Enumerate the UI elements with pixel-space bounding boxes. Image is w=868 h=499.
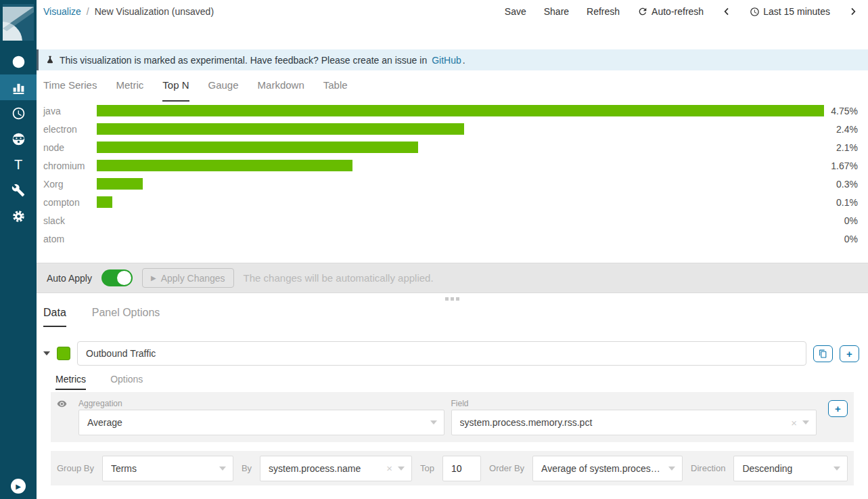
clone-series-button[interactable]	[813, 345, 833, 362]
share-button[interactable]: Share	[544, 6, 569, 17]
kibana-logo-icon	[3, 4, 34, 41]
tab-options[interactable]: Options	[110, 374, 143, 390]
bar-value: 2.4%	[824, 124, 858, 135]
github-link[interactable]: GitHub	[432, 55, 461, 66]
order-by-select[interactable]: Average of system.process...	[532, 456, 683, 481]
tab-time-series[interactable]: Time Series	[43, 79, 97, 102]
refresh-button[interactable]: Refresh	[587, 6, 620, 17]
main-content: Visualize / New Visualization (unsaved) …	[37, 0, 868, 499]
experimental-banner-period: .	[463, 55, 465, 66]
kibana-logo[interactable]	[0, 0, 37, 45]
group-by-label: Group By	[57, 463, 94, 473]
breadcrumb-current: New Visualization (unsaved)	[95, 6, 214, 17]
app-sidebar: T ▶	[0, 0, 37, 499]
series-color-swatch[interactable]	[57, 347, 70, 360]
bar	[97, 105, 824, 116]
auto-apply-label: Auto Apply	[47, 273, 92, 284]
bar-label: chromium	[43, 160, 97, 171]
chart-row: java 4.75%	[43, 102, 858, 120]
play-icon: ▶	[151, 274, 156, 282]
series-tabs: Metrics Options	[37, 374, 868, 390]
chart-row: electron 2.4%	[43, 120, 858, 138]
apply-changes-button[interactable]: ▶ Apply Changes	[142, 268, 234, 288]
by-field-select[interactable]: system.process.name ×	[260, 456, 412, 481]
order-by-label: Order By	[489, 463, 524, 473]
field-value: system.process.memory.rss.pct	[460, 417, 786, 428]
time-forward-button[interactable]	[848, 6, 859, 17]
direction-label: Direction	[691, 463, 725, 473]
sidebar-item-t-plugin[interactable]: T	[0, 152, 37, 177]
compass-icon	[12, 55, 26, 69]
time-back-button[interactable]	[721, 6, 732, 17]
tab-panel-options[interactable]: Panel Options	[92, 307, 160, 327]
group-by-select[interactable]: Terms	[102, 456, 233, 481]
experimental-banner-text: This visualization is marked as experime…	[60, 55, 427, 66]
clear-icon[interactable]: ×	[791, 417, 797, 429]
top-n-input[interactable]	[442, 456, 481, 481]
chart-row: atom 0%	[43, 230, 858, 248]
sidebar-item-discover[interactable]	[0, 49, 37, 74]
auto-apply-toggle[interactable]	[101, 269, 133, 286]
bar-label: Xorg	[43, 179, 97, 190]
field-label: Field	[451, 397, 817, 410]
chevron-down-icon	[833, 467, 840, 471]
bar-value: 1.67%	[824, 160, 858, 171]
add-series-button[interactable]: +	[840, 345, 859, 362]
toggle-knob	[117, 271, 131, 285]
toggle-visibility-button[interactable]	[57, 397, 72, 410]
top-label: Top	[420, 463, 434, 473]
face-icon	[12, 132, 26, 146]
collapse-nav-button[interactable]: ▶	[11, 479, 26, 494]
bar-value: 0%	[824, 234, 858, 244]
bar	[97, 123, 464, 135]
auto-apply-bar: Auto Apply ▶ Apply Changes The changes w…	[37, 263, 868, 293]
tab-metric[interactable]: Metric	[116, 79, 143, 102]
group-by-panel: Group By Terms By system.process.name × …	[51, 451, 854, 485]
flask-icon	[45, 55, 55, 65]
bar-value: 4.75%	[824, 106, 858, 116]
bar-label: node	[43, 142, 97, 153]
experimental-banner: This visualization is marked as experime…	[37, 49, 868, 70]
add-metric-button[interactable]: +	[828, 400, 848, 417]
clear-icon[interactable]: ×	[386, 462, 392, 474]
auto-refresh-button[interactable]: Auto-refresh	[637, 6, 704, 17]
auto-apply-note: The changes will be automatically applie…	[244, 272, 434, 284]
play-circle-icon: ▶	[16, 483, 21, 490]
tab-gauge[interactable]: Gauge	[208, 79, 239, 102]
sidebar-item-dev-tools[interactable]	[0, 177, 37, 203]
sidebar-item-visualize[interactable]	[0, 74, 37, 100]
direction-value: Descending	[742, 463, 828, 474]
direction-select[interactable]: Descending	[733, 456, 848, 481]
chevron-down-icon	[219, 467, 226, 471]
bar-track	[97, 215, 824, 226]
bar-chart-icon	[12, 81, 26, 95]
time-range-label: Last 15 minutes	[763, 6, 830, 17]
tab-markdown[interactable]: Markdown	[258, 79, 304, 102]
letter-t-icon: T	[14, 157, 22, 173]
bar-track	[97, 196, 824, 208]
time-range-picker[interactable]: Last 15 minutes	[750, 6, 830, 17]
order-by-value: Average of system.process...	[541, 463, 663, 474]
sidebar-item-timelion[interactable]	[0, 100, 37, 126]
series-name-input[interactable]	[77, 341, 806, 366]
tab-metrics[interactable]: Metrics	[55, 374, 86, 390]
sidebar-item-monitoring[interactable]	[0, 126, 37, 152]
tab-table[interactable]: Table	[323, 79, 348, 102]
chevron-down-icon	[430, 420, 437, 425]
tab-data[interactable]: Data	[43, 307, 66, 327]
chevron-left-icon	[721, 6, 732, 17]
series-collapse-caret-icon[interactable]	[43, 351, 50, 355]
tab-top-n[interactable]: Top N	[162, 79, 189, 102]
panel-resize-handle[interactable]	[37, 296, 868, 301]
breadcrumb-visualize-link[interactable]: Visualize	[43, 6, 81, 17]
aggregation-select[interactable]: Average	[78, 410, 444, 435]
plus-icon: +	[835, 403, 841, 414]
field-select[interactable]: system.process.memory.rss.pct ×	[451, 410, 817, 435]
bar-label: compton	[43, 197, 97, 208]
aggregation-value: Average	[87, 417, 425, 428]
wrench-icon	[12, 183, 25, 197]
bar-track	[97, 233, 824, 244]
save-button[interactable]: Save	[505, 6, 526, 17]
chart-row: slack 0%	[43, 211, 858, 230]
sidebar-item-management[interactable]	[0, 203, 37, 229]
